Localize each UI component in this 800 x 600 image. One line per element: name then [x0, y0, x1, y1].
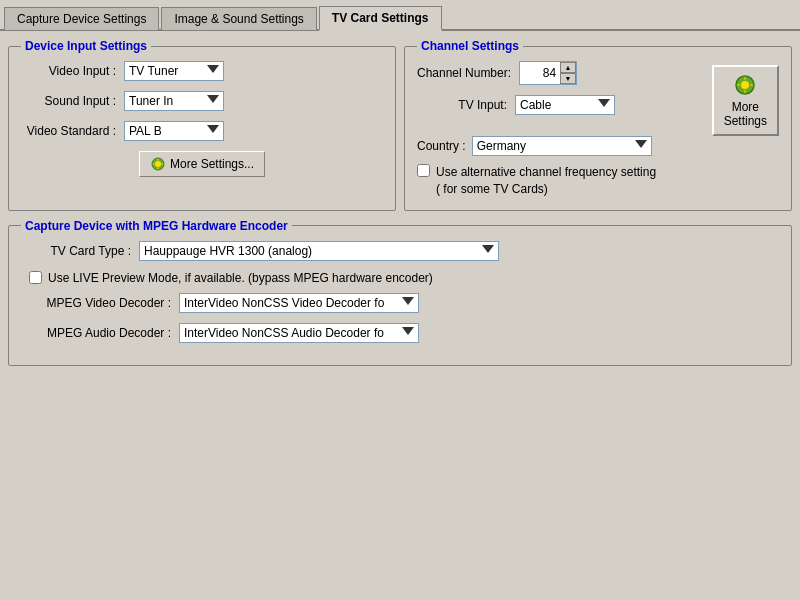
- channel-number-input[interactable]: 84: [520, 62, 560, 84]
- spinner-up[interactable]: ▲: [560, 62, 576, 73]
- tab-image-sound[interactable]: Image & Sound Settings: [161, 7, 316, 30]
- more-settings-large-label2: Settings: [724, 114, 767, 128]
- alt-freq-row: Use alternative channel frequency settin…: [417, 164, 779, 198]
- video-input-select[interactable]: TV Tuner Composite S-Video: [124, 61, 224, 81]
- live-preview-row: Use LIVE Preview Mode, if available. (by…: [29, 271, 779, 285]
- live-preview-label: Use LIVE Preview Mode, if available. (by…: [48, 271, 433, 285]
- alt-freq-label: Use alternative channel frequency settin…: [436, 164, 656, 198]
- mpeg-encoder-group: Capture Device with MPEG Hardware Encode…: [8, 219, 792, 366]
- channel-number-spinner: 84 ▲ ▼: [519, 61, 577, 85]
- tab-tv-card[interactable]: TV Card Settings: [319, 6, 442, 31]
- video-standard-label: Video Standard :: [21, 124, 116, 138]
- main-content: Device Input Settings Video Input : TV T…: [0, 31, 800, 597]
- svg-point-3: [741, 81, 749, 89]
- more-settings-large-icon: [733, 73, 757, 100]
- country-row: Country : Germany United States United K…: [417, 136, 779, 156]
- sound-input-row: Sound Input : Tuner In Line In Microphon…: [21, 91, 383, 111]
- tv-card-type-label: TV Card Type :: [21, 244, 131, 258]
- tv-card-type-row: TV Card Type : Hauppauge HVR 1300 (analo…: [21, 241, 779, 261]
- video-input-label: Video Input :: [21, 64, 116, 78]
- tv-input-label: TV Input:: [417, 98, 507, 112]
- device-input-legend: Device Input Settings: [21, 39, 151, 53]
- sound-input-select[interactable]: Tuner In Line In Microphone: [124, 91, 224, 111]
- more-settings-large-label1: More: [732, 100, 759, 114]
- tv-input-select[interactable]: Cable Antenna Satellite: [515, 95, 615, 115]
- more-settings-icon: [150, 156, 166, 172]
- top-row: Device Input Settings Video Input : TV T…: [8, 39, 792, 211]
- tv-card-type-select[interactable]: Hauppauge HVR 1300 (analog) Hauppauge HV…: [139, 241, 499, 261]
- spinner-down[interactable]: ▼: [560, 73, 576, 84]
- svg-point-1: [155, 161, 161, 167]
- tv-input-row: TV Input: Cable Antenna Satellite: [417, 95, 704, 115]
- more-settings-button[interactable]: More Settings...: [139, 151, 265, 177]
- live-preview-checkbox[interactable]: [29, 271, 42, 284]
- mpeg-video-label: MPEG Video Decoder :: [21, 296, 171, 310]
- tab-capture[interactable]: Capture Device Settings: [4, 7, 159, 30]
- mpeg-video-select[interactable]: InterVideo NonCSS Video Decoder fo Other…: [179, 293, 419, 313]
- country-select[interactable]: Germany United States United Kingdom Fra…: [472, 136, 652, 156]
- channel-number-label: Channel Number:: [417, 66, 511, 80]
- device-input-group: Device Input Settings Video Input : TV T…: [8, 39, 396, 211]
- sound-input-label: Sound Input :: [21, 94, 116, 108]
- channel-number-row: Channel Number: 84 ▲ ▼: [417, 61, 704, 85]
- channel-settings-legend: Channel Settings: [417, 39, 523, 53]
- alt-freq-checkbox[interactable]: [417, 164, 430, 177]
- more-settings-label: More Settings...: [170, 157, 254, 171]
- video-input-row: Video Input : TV Tuner Composite S-Video: [21, 61, 383, 81]
- channel-settings-group: Channel Settings Channel Number: 84 ▲ ▼: [404, 39, 792, 211]
- country-label: Country :: [417, 139, 466, 153]
- more-settings-large-button[interactable]: More Settings: [712, 65, 779, 136]
- mpeg-video-row: MPEG Video Decoder : InterVideo NonCSS V…: [21, 293, 779, 313]
- mpeg-audio-row: MPEG Audio Decoder : InterVideo NonCSS A…: [21, 323, 779, 343]
- video-standard-select[interactable]: PAL B NTSC SECAM: [124, 121, 224, 141]
- mpeg-audio-select[interactable]: InterVideo NonCSS Audio Decoder fo Other…: [179, 323, 419, 343]
- mpeg-audio-label: MPEG Audio Decoder :: [21, 326, 171, 340]
- tab-bar: Capture Device Settings Image & Sound Se…: [0, 0, 800, 31]
- mpeg-encoder-legend: Capture Device with MPEG Hardware Encode…: [21, 219, 292, 233]
- video-standard-row: Video Standard : PAL B NTSC SECAM: [21, 121, 383, 141]
